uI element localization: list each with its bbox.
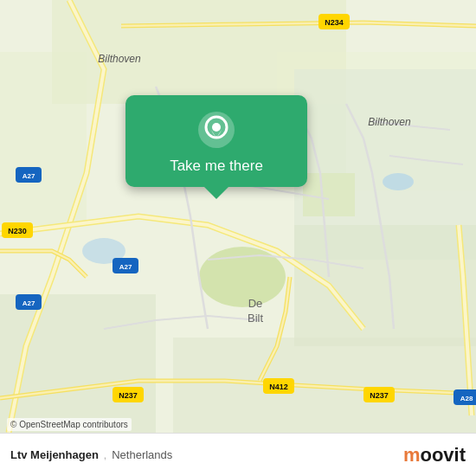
map-container: N234 A27 A27 A27 N230 N237 N237 N412 A28… [0,0,476,433]
svg-text:A27: A27 [23,172,35,180]
location-pin-icon [197,111,235,149]
moovit-logo: mmoovitoovit [403,444,466,466]
svg-text:N237: N237 [370,391,389,400]
svg-text:N234: N234 [325,18,344,27]
location-name: Ltv Meijenhagen [10,448,99,461]
popup-label: Take me there [170,158,263,175]
svg-text:Bilthoven: Bilthoven [98,53,141,65]
svg-rect-6 [294,225,476,346]
svg-point-37 [212,123,221,132]
svg-text:A27: A27 [119,263,132,271]
location-country: Netherlands [112,448,172,461]
moovit-m: m [403,444,421,466]
svg-rect-3 [0,52,87,225]
svg-text:N412: N412 [269,383,288,391]
bottom-bar: Ltv Meijenhagen , Netherlands mmoovitoov… [0,433,476,476]
svg-text:De: De [248,297,263,310]
svg-text:N237: N237 [119,391,138,400]
svg-text:A27: A27 [23,299,35,307]
svg-text:Bilt: Bilt [248,312,263,325]
svg-text:N230: N230 [8,227,27,235]
svg-rect-10 [303,173,355,216]
svg-text:Bilthoven: Bilthoven [368,116,411,128]
svg-point-11 [383,173,414,190]
separator: , [104,449,106,461]
popup-card[interactable]: Take me there [125,95,307,187]
moovit-text: mmoovitoovit [403,444,466,466]
attribution: © OpenStreetMap contributors [7,418,132,431]
location-info: Ltv Meijenhagen , Netherlands [10,448,172,461]
svg-text:A28: A28 [460,395,473,402]
map-svg: N234 A27 A27 A27 N230 N237 N237 N412 A28… [0,0,476,433]
